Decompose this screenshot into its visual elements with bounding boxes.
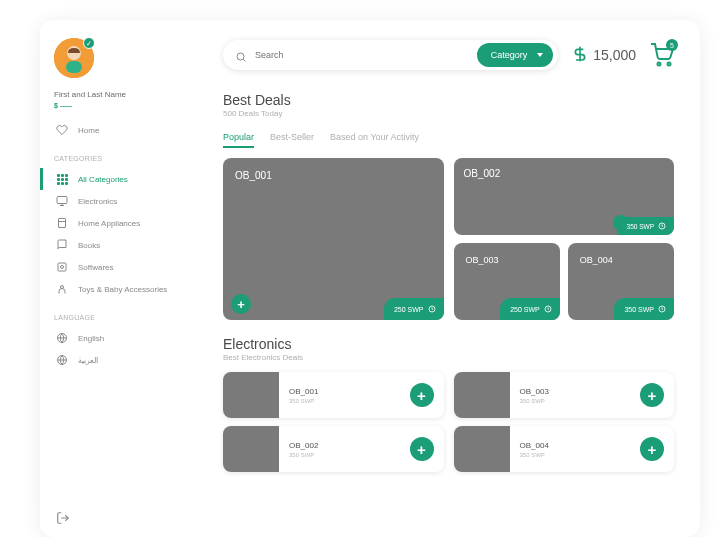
product-price: 350 SWP: [520, 452, 631, 458]
product-row[interactable]: OB_001350 SWP +: [223, 372, 444, 418]
clock-icon: [544, 305, 552, 313]
add-button[interactable]: +: [410, 383, 434, 407]
svg-rect-3: [57, 197, 67, 204]
search-icon: [235, 49, 247, 61]
chevron-down-icon: [537, 53, 543, 57]
svg-rect-6: [59, 219, 66, 228]
deal-title: OB_004: [580, 255, 662, 265]
clock-icon: [658, 305, 666, 313]
app-window: First and Last Name ــــــ Home CATEGORI…: [40, 20, 700, 537]
svg-line-15: [243, 59, 245, 61]
tab-activity[interactable]: Based on Your Activity: [330, 132, 419, 148]
search-bar: Category: [223, 40, 558, 70]
svg-rect-8: [58, 263, 66, 271]
deal-card[interactable]: OB_001 + 250 SWP: [223, 158, 444, 320]
deal-title: OB_003: [466, 255, 548, 265]
electronics-grid: OB_001350 SWP + OB_002350 SWP + OB_00335…: [223, 372, 674, 480]
product-thumb: [223, 426, 279, 472]
section-title: Electronics: [223, 336, 674, 352]
sidebar-item-label: All Categories: [78, 175, 128, 184]
sidebar-section-language: LANGUAGE: [54, 314, 185, 321]
deal-card[interactable]: OB_003 250 SWP: [454, 243, 560, 320]
globe-icon: [56, 332, 68, 344]
sidebar-item-toys[interactable]: Toys & Baby Accessories: [54, 278, 185, 300]
sidebar: First and Last Name ــــــ Home CATEGORI…: [40, 20, 195, 537]
svg-point-9: [61, 266, 64, 269]
add-button[interactable]: +: [410, 437, 434, 461]
software-icon: [56, 261, 68, 273]
product-name: OB_003: [520, 387, 631, 396]
sidebar-item-label: Home: [78, 126, 99, 135]
sidebar-section-categories: CATEGORIES: [54, 155, 185, 162]
balance-display: 15,000: [572, 44, 636, 67]
avatar[interactable]: [54, 38, 94, 78]
price-tag: 350 SWP: [614, 298, 674, 320]
electronics-header: Electronics Best Electronics Deals: [223, 336, 674, 362]
product-thumb: [454, 426, 510, 472]
sidebar-item-label: Softwares: [78, 263, 114, 272]
cart-button[interactable]: 5: [650, 43, 674, 67]
sidebar-item-home[interactable]: Home: [54, 119, 185, 141]
product-name: OB_004: [520, 441, 631, 450]
toy-icon: [56, 283, 68, 295]
appliance-icon: [56, 217, 68, 229]
balance-amount: 15,000: [593, 47, 636, 63]
section-subtitle: 500 Deals Today: [223, 109, 674, 118]
deal-card[interactable]: OB_002 + 350 SWP: [454, 158, 675, 235]
section-subtitle: Best Electronics Deals: [223, 353, 674, 362]
product-price: 350 SWP: [289, 398, 400, 404]
user-balance-small: ــــــ: [54, 101, 185, 109]
svg-point-16: [658, 63, 661, 66]
sidebar-item-label: Electronics: [78, 197, 117, 206]
clock-icon: [428, 305, 436, 313]
add-button[interactable]: +: [231, 294, 251, 314]
sidebar-item-arabic[interactable]: العربية: [54, 349, 185, 371]
tab-popular[interactable]: Popular: [223, 132, 254, 148]
product-row[interactable]: OB_004350 SWP +: [454, 426, 675, 472]
svg-point-14: [237, 53, 244, 60]
deals-tabs: Popular Best-Seller Based on Your Activi…: [223, 132, 674, 148]
section-title: Best Deals: [223, 92, 674, 108]
product-price: 350 SWP: [289, 452, 400, 458]
currency-icon: [572, 44, 588, 67]
main-content: Category 15,000 5 Best Deals 500 Deals T…: [195, 20, 700, 537]
product-row[interactable]: OB_002350 SWP +: [223, 426, 444, 472]
user-name: First and Last Name: [54, 90, 185, 99]
sidebar-item-electronics[interactable]: Electronics: [54, 190, 185, 212]
product-name: OB_002: [289, 441, 400, 450]
best-deals-header: Best Deals 500 Deals Today: [223, 92, 674, 118]
category-label: Category: [491, 50, 528, 60]
globe-icon: [56, 354, 68, 366]
deals-grid: OB_001 + 250 SWP OB_002 + 350 SWP: [223, 158, 674, 320]
sidebar-item-english[interactable]: English: [54, 327, 185, 349]
sidebar-item-label: English: [78, 334, 104, 343]
heart-icon: [56, 124, 68, 136]
product-thumb: [454, 372, 510, 418]
price-tag: 250 SWP: [384, 298, 444, 320]
deal-card[interactable]: OB_004 350 SWP: [568, 243, 674, 320]
product-row[interactable]: OB_003350 SWP +: [454, 372, 675, 418]
sidebar-item-label: العربية: [78, 356, 98, 365]
sidebar-item-label: Books: [78, 241, 100, 250]
verified-check-icon: [83, 37, 95, 49]
sidebar-item-label: Home Appliances: [78, 219, 140, 228]
sidebar-item-label: Toys & Baby Accessories: [78, 285, 167, 294]
tab-best-seller[interactable]: Best-Seller: [270, 132, 314, 148]
sidebar-item-all-categories[interactable]: All Categories: [54, 168, 185, 190]
sidebar-item-books[interactable]: Books: [54, 234, 185, 256]
search-input[interactable]: [255, 50, 477, 60]
price-tag: 350 SWP: [617, 217, 674, 235]
cart-count-badge: 5: [666, 39, 678, 51]
add-button[interactable]: +: [640, 383, 664, 407]
logout-button[interactable]: [56, 511, 70, 525]
add-button[interactable]: +: [640, 437, 664, 461]
price-tag: 250 SWP: [500, 298, 560, 320]
category-dropdown[interactable]: Category: [477, 43, 554, 67]
grid-icon: [56, 173, 68, 185]
deal-title: OB_001: [235, 170, 432, 181]
svg-point-17: [668, 63, 671, 66]
sidebar-item-softwares[interactable]: Softwares: [54, 256, 185, 278]
sidebar-item-home-appliances[interactable]: Home Appliances: [54, 212, 185, 234]
product-price: 350 SWP: [520, 398, 631, 404]
svg-rect-2: [66, 61, 82, 73]
